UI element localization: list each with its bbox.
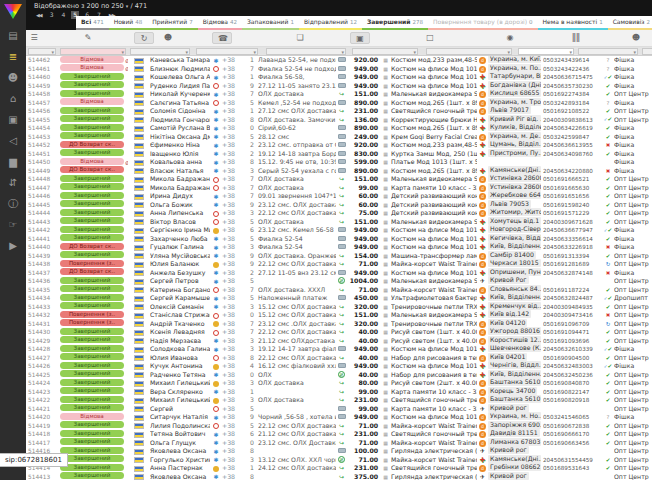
table-row[interactable]: 514453ЗавершенийНікітіна Оксана Дми..✱+3… — [26, 133, 652, 142]
client-column-icon[interactable]: ☻ — [158, 32, 178, 44]
filter-input[interactable]: ▾ — [196, 48, 258, 55]
table-row[interactable]: 514440ДО Возврат ск..Гуцалюк Галина✱+383… — [26, 243, 652, 252]
table-row[interactable]: 514417ЗавершенийОльга Глущук✱+38023.12 с… — [26, 439, 652, 448]
table-row[interactable]: 514418ЗавершенийТетяна Войтович✱+38621.1… — [26, 430, 652, 439]
tab-Відмова[interactable]: Відмова42 — [198, 16, 242, 30]
manager-column-icon[interactable]: ☻ — [626, 32, 646, 44]
info-icon[interactable]: ⓘ — [0, 193, 26, 214]
table-row[interactable]: 514428ЗавершенийСолодкова Галина В..✱+38… — [26, 345, 652, 354]
filter-input[interactable]: ▾ — [60, 48, 126, 55]
dashboard-icon[interactable]: ▤ — [0, 25, 26, 46]
pager-page[interactable]: 3 — [48, 11, 56, 19]
table-row[interactable]: 514454ЗавершенийСамотій Руслана Во..✱+38… — [26, 124, 652, 133]
table-row[interactable]: 514436ЗавершенийСергей Петров✱+385₴1004.… — [26, 277, 652, 286]
table-row[interactable]: 514420ВідмоваСитарчук Наталія Гр..✱+389Ч… — [26, 413, 652, 422]
table-row[interactable]: 514441ЗавершенийЗахарченко Люба✱+385Фиал… — [26, 235, 652, 244]
tab-Всі[interactable]: Всі471 — [76, 16, 109, 30]
table-row[interactable]: 514435ЗавершенийКатерина Богданова+387ОЛ… — [26, 286, 652, 295]
table-row[interactable]: 514439ЗавершенийУляна Мусійовська✱+389ОЛ… — [26, 252, 652, 261]
table-row[interactable]: 514460ЗавершенийКошелева Ольга Ар..✱+381… — [26, 73, 652, 82]
table-row[interactable]: 514462Відмова⊘Каневська Тамара ..✱+381Ла… — [26, 56, 652, 65]
phone-column-icon[interactable]: ☎ — [212, 32, 232, 44]
pager-page[interactable]: 4 — [60, 11, 68, 19]
tab-Повернення товару (в дорозі)[interactable]: Повернення товару (в дорозі)0 — [428, 16, 538, 30]
table-row[interactable]: 514424ЗавершенийМихаил Гилецький+383ОЛХ … — [26, 379, 652, 388]
table-row[interactable]: 514455ЗавершенийЛюдмила Гончарова✱+388ОЛ… — [26, 116, 652, 125]
table-row[interactable]: 514442ЗавершенийСергієнко Ірина Ми..+386… — [26, 226, 652, 235]
table-row[interactable]: 514430ЗавершенийКсенія Левадняя+38722.12… — [26, 328, 652, 337]
refresh-column-icon[interactable]: ↻ — [134, 32, 154, 44]
purchases-icon[interactable]: ▣ — [0, 109, 26, 130]
table-row[interactable]: 514450Відмова⊘Ковальова анна✱+38815.12. … — [26, 158, 652, 167]
table-row[interactable]: 514433ЗавершенийОлексій Семанін✱+38315.1… — [26, 303, 652, 312]
filter-input[interactable]: ▾ — [266, 48, 346, 55]
table-row[interactable]: 514438Повернення (з..Юлия Баланюк+38922.… — [26, 260, 652, 269]
tab-Нема в наявності[interactable]: Нема в наявності1 — [538, 16, 608, 30]
filters-icon[interactable]: ⇵ — [0, 172, 26, 193]
clients-icon[interactable]: ☻ — [0, 67, 26, 88]
table-row[interactable]: 514437ДО Возврат ск..Анжела Безушку✱+382… — [26, 269, 652, 278]
filter-input[interactable]: ▾ — [578, 48, 638, 55]
table-row[interactable]: 514431Повернення (з..Андрій Ткаченко+387… — [26, 320, 652, 329]
table-row[interactable]: 514459ЗавершенийРуденко Лидия Пав..+3892… — [26, 82, 652, 91]
product-column-icon[interactable]: □ — [420, 32, 440, 44]
table-row[interactable]: 514426ЗавершенийКучук Антонина+38416.12 … — [26, 362, 652, 371]
select-column-icon[interactable]: ☰ — [24, 32, 44, 44]
ttn-status-cell: ✔ — [602, 150, 614, 158]
stats-icon[interactable]: ▆ — [0, 151, 26, 172]
order-id: 514454 — [26, 124, 58, 132]
status-column-icon[interactable]: ✎ — [78, 32, 98, 44]
address-column-icon[interactable]: ◉ — [500, 32, 520, 44]
table-row[interactable]: 514445ЗавершенийОльга Божик✱+38923.12 см… — [26, 201, 652, 210]
table-row[interactable]: 514448ЗавершенийМикола Бадражан+387ОЛХ д… — [26, 175, 652, 184]
table-row[interactable]: 514414ЗавершенийАнна Пастернак+38124.12 … — [26, 464, 652, 473]
table-row[interactable]: 514458ЗавершенийНиколай Кучеренко✱+387ОЛ… — [26, 90, 652, 99]
table-row[interactable]: 514413ЗавершенийЯковлева Оксана✱+388↪375… — [26, 473, 652, 480]
tab-Самовивіз[interactable]: Самовивіз2 — [608, 16, 652, 30]
ttn-column-icon[interactable]: ǁǁ — [566, 32, 586, 44]
table-row[interactable]: 514423ЗавершенийВера Скляренко✱+381↪99.0… — [26, 388, 652, 397]
table-row[interactable]: 514449ДО Возврат ск..Власюк Наталья✱+383… — [26, 167, 652, 176]
table-row[interactable]: 514421ЗавершенийСергей+38599.00▦Карта па… — [26, 405, 652, 414]
table-row[interactable]: 514415ЗавершенийГоргулько Христина..✱+38… — [26, 456, 652, 465]
table-row[interactable]: 514443ЗавершенийВіктор Власов+385ОЛХ дос… — [26, 218, 652, 227]
table-row[interactable]: 514419ЗавершенийЛилия Подолинская+38522.… — [26, 422, 652, 431]
table-row[interactable]: 514461Відмова⊘Близнюк Людмила ..+387Фиал… — [26, 65, 652, 74]
chevron-down-icon[interactable]: ▾ — [126, 3, 129, 9]
table-row[interactable]: 514444ЗавершенийАнна Липенська+38322.12 … — [26, 209, 652, 218]
table-row[interactable]: 514427ЗавершенийЮлия Иванова+38822.12 см… — [26, 354, 652, 363]
app-logo-icon[interactable] — [4, 4, 22, 19]
filter-input[interactable]: ▾ — [28, 48, 56, 55]
table-row[interactable]: 514432Повернення (з..Станіслав Стрижак+3… — [26, 311, 652, 320]
table-row[interactable]: 514429ЗавершенийНадія Мерзаєва✱+38321.12… — [26, 337, 652, 346]
filter-input[interactable]: ▾ — [642, 48, 652, 55]
video-icon[interactable]: ▶ — [0, 235, 26, 256]
filter-input[interactable]: ▾ — [130, 48, 190, 55]
table-row[interactable]: 514456ЗавершенийСоломія Сідоніна✱+38127.… — [26, 107, 652, 116]
orders-icon[interactable]: ≣ — [0, 46, 26, 67]
shop-icon[interactable]: ⌂ — [0, 88, 26, 109]
table-row[interactable]: 514422ЗавершенийМихаил Гилецький+383ОЛХ … — [26, 396, 652, 405]
comment-column-icon[interactable]: ❏ — [290, 32, 310, 44]
table-row[interactable]: 514446ЗавершенийИрина Дидух✱+38709.01 зв… — [26, 192, 652, 201]
table-row[interactable]: 514416ЗавершенийЯковлева Оксана✱+388100.… — [26, 447, 652, 456]
tab-Завершений[interactable]: Завершений278 — [362, 16, 428, 30]
table-row[interactable]: 514457ВідмоваСалєгина Татьяна С..+385Кем… — [26, 99, 652, 108]
filter-input[interactable]: ▾ — [426, 48, 512, 55]
tab-Новий[interactable]: Новий48 — [109, 16, 148, 30]
table-row[interactable]: 514425ЗавершенийРадченко Тетяна✱+380ОЛХ₴… — [26, 371, 652, 380]
pager-first-icon[interactable]: ◀◀ — [34, 11, 44, 19]
table-row[interactable]: 514447ЗавершенийМикола Бадражан+387ОЛХ д… — [26, 184, 652, 193]
table-row[interactable]: 514451ЗавершенийІващенко Юлія✱+38219.12 … — [26, 150, 652, 159]
care-icon[interactable]: ☞ — [0, 214, 26, 235]
filter-input[interactable]: ▾ — [518, 48, 574, 55]
table-row[interactable]: 514434ЗавершенийСергей Карамышев✱+385Нал… — [26, 294, 652, 303]
tab-Відправлений[interactable]: Відправлений12 — [299, 16, 362, 30]
shown-range[interactable]: Відображено з 200 по 250 ▾ / 471 — [34, 2, 147, 10]
broadcast-icon[interactable]: ◁ — [0, 130, 26, 151]
filter-input[interactable]: ▾ — [352, 48, 418, 55]
payment-column-icon[interactable]: ▣ — [350, 32, 370, 44]
tab-Запакований[interactable]: Запакований1 — [242, 16, 299, 30]
tab-Прийнятий[interactable]: Прийнятий7 — [147, 16, 197, 30]
table-row[interactable]: 514452ДО Возврат ск..Єфименко Ніна✱+3822… — [26, 141, 652, 150]
